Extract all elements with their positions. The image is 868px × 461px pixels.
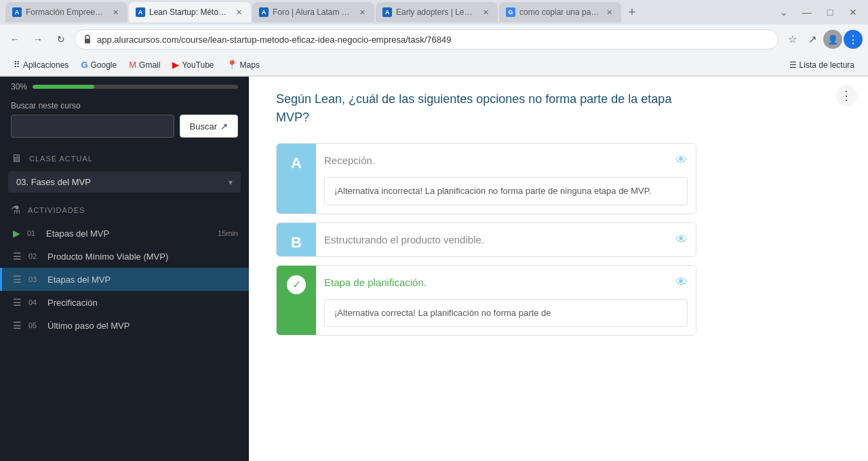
option-c-check-circle: ✓ (277, 266, 316, 336)
flask-icon: ⚗ (11, 203, 21, 216)
lesson-3-title: Etapas del MVP (47, 275, 238, 285)
search-input[interactable] (11, 115, 174, 138)
search-button[interactable]: Buscar ↗ (180, 115, 238, 138)
current-class-section-label: CLASE ACTUAL (29, 155, 93, 163)
tab-2-close[interactable]: ✕ (233, 7, 244, 18)
bookmark-maps[interactable]: 📍 Maps (221, 58, 265, 72)
option-card-a[interactable]: A Recepción. 👁 ¡Alternativa incorrecta! … (276, 143, 696, 214)
lesson-4-title: Precificación (47, 298, 238, 308)
tab-5-label: como copiar una pantalla... (519, 7, 599, 17)
share-icon[interactable]: ↗ (803, 30, 822, 49)
back-button[interactable]: ← (5, 30, 24, 49)
tab-2[interactable]: A Lean Startup: Método efi... ✕ (129, 2, 251, 22)
lesson-item-3[interactable]: ☰ 03 Etapas del MVP (0, 268, 249, 291)
reload-button[interactable]: ↻ (52, 30, 71, 49)
maximize-button[interactable]: □ (821, 3, 840, 22)
bookmark-youtube[interactable]: ▶ YouTube (167, 58, 219, 72)
menu-button[interactable]: ⋮ (844, 30, 863, 49)
tab-1-favicon: A (12, 7, 22, 17)
tab-4-close[interactable]: ✕ (480, 7, 491, 18)
tab-5-close[interactable]: ✕ (604, 7, 614, 18)
reading-list-icon: ☰ (789, 60, 797, 70)
tab-2-favicon: A (136, 7, 145, 17)
tab-3[interactable]: A Foro | Alura Latam – Curs... ✕ (252, 2, 374, 22)
search-row: Buscar ↗ (11, 115, 238, 138)
eye-icon-c[interactable]: 👁 (675, 275, 688, 289)
tab-2-label: Lean Startup: Método efi... (149, 7, 229, 17)
bookmark-apps[interactable]: ⠿ Aplicaciones (8, 58, 74, 72)
tab-5[interactable]: G como copiar una pantalla... ✕ (499, 2, 621, 22)
option-a-feedback: ¡Alternativa incorrecta! La planificació… (324, 177, 688, 205)
progress-label: 30% (11, 82, 27, 92)
lesson-item-2[interactable]: ☰ 02 Producto Mínimo Viable (MVP) (0, 245, 249, 268)
new-tab-button[interactable]: + (623, 3, 642, 22)
eye-icon-a[interactable]: 👁 (675, 153, 688, 167)
youtube-icon: ▶ (172, 60, 179, 70)
option-c-body: Etapa de planificación. 👁 ¡Alternativa c… (316, 266, 696, 336)
option-a-feedback-text: ¡Alternativa incorrecta! La planificació… (334, 186, 651, 196)
option-card-b[interactable]: B Estructurando el producto vendible. 👁 (276, 222, 696, 257)
current-class-box[interactable]: 03. Fases del MVP ▾ (8, 172, 241, 193)
progress-section: 30% (0, 77, 249, 96)
bookmark-maps-label: Maps (240, 60, 260, 70)
address-bar: ← → ↻ app.aluracursos.com/course/lean-st… (0, 24, 868, 54)
reading-list-button[interactable]: ☰ Lista de lectura (784, 58, 860, 72)
lesson-item-4[interactable]: ☰ 04 Precificación (0, 291, 249, 314)
forward-button[interactable]: → (28, 30, 47, 49)
list-icon-5: ☰ (13, 320, 22, 331)
option-a-main: Recepción. 👁 (316, 144, 696, 177)
more-options-button[interactable]: ⋮ (835, 85, 857, 106)
tab-list-button[interactable]: ⌄ (774, 3, 793, 22)
close-window-button[interactable]: ✕ (844, 3, 863, 22)
tab-3-close[interactable]: ✕ (357, 7, 368, 18)
check-mark-icon: ✓ (287, 275, 306, 294)
option-b-body: Estructurando el producto vendible. 👁 (316, 223, 696, 256)
option-a-text: Recepción. (324, 155, 375, 166)
bookmark-star-icon[interactable]: ☆ (783, 30, 802, 49)
tab-3-label: Foro | Alura Latam – Curs... (273, 7, 353, 17)
lesson-item-5[interactable]: ☰ 05 Último paso del MVP (0, 314, 249, 337)
tab-1-label: Formación Empreedimie... (26, 7, 106, 17)
apps-icon: ⠿ (14, 60, 20, 70)
search-label: Buscar neste curso (11, 101, 238, 111)
bookmark-google[interactable]: G Google (75, 58, 122, 72)
current-class-label: 03. Fases del MVP (16, 177, 91, 187)
main-layout: 30% Buscar neste curso Buscar ↗ 🖥 CLASE … (0, 77, 868, 461)
option-b-main: Estructurando el producto vendible. 👁 (316, 223, 696, 256)
activities-header: ⚗ ACTIVIDADES (0, 198, 249, 222)
monitor-icon: 🖥 (11, 153, 22, 165)
lesson-5-title: Último paso del MVP (47, 321, 238, 331)
option-c-feedback: ¡Alternativa correcta! La planificación … (324, 299, 688, 327)
option-a-letter: A (277, 144, 316, 214)
bookmarks-bar: ⠿ Aplicaciones G Google M Gmail ▶ YouTub… (0, 54, 868, 76)
tab-1[interactable]: A Formación Empreedimie... ✕ (5, 2, 127, 22)
minimize-button[interactable]: — (797, 3, 816, 22)
current-class-header: 🖥 CLASE ACTUAL (0, 146, 249, 172)
tab-4[interactable]: A Early adopters | Lean Star... ✕ (376, 2, 498, 22)
url-bar[interactable]: app.aluracursos.com/course/lean-startup-… (75, 29, 778, 49)
option-a-body: Recepción. 👁 ¡Alternativa incorrecta! La… (316, 144, 696, 214)
bookmark-gmail[interactable]: M Gmail (123, 58, 165, 72)
bookmark-apps-label: Aplicaciones (23, 60, 68, 70)
option-c-main: Etapa de planificación. 👁 (316, 266, 696, 299)
bookmark-gmail-label: Gmail (139, 60, 160, 70)
gmail-icon: M (129, 60, 136, 70)
reading-list-label: Lista de lectura (800, 60, 854, 70)
option-card-c[interactable]: ✓ Etapa de planificación. 👁 ¡Alternativa… (276, 265, 696, 336)
profile-icon[interactable]: 👤 (823, 30, 842, 49)
tab-4-favicon: A (382, 7, 392, 17)
lesson-item-1[interactable]: ▶ 01 Etapas del MVP 15min (0, 222, 249, 245)
option-b-text: Estructurando el producto vendible. (324, 234, 484, 245)
tab-1-close[interactable]: ✕ (110, 7, 121, 18)
lesson-3-num: 03 (28, 275, 41, 283)
search-section: Buscar neste curso Buscar ↗ (0, 96, 249, 146)
tab-bar-right: ⌄ — □ ✕ (774, 3, 863, 22)
list-icon-3: ☰ (13, 274, 22, 285)
progress-bar-fill (33, 85, 94, 89)
lesson-1-num: 01 (27, 229, 39, 237)
video-icon: ▶ (13, 228, 20, 239)
eye-icon-b[interactable]: 👁 (675, 233, 688, 247)
browser-chrome: A Formación Empreedimie... ✕ A Lean Star… (0, 0, 868, 77)
tab-3-favicon: A (259, 7, 269, 17)
option-c-text: Etapa de planificación. (324, 277, 427, 288)
